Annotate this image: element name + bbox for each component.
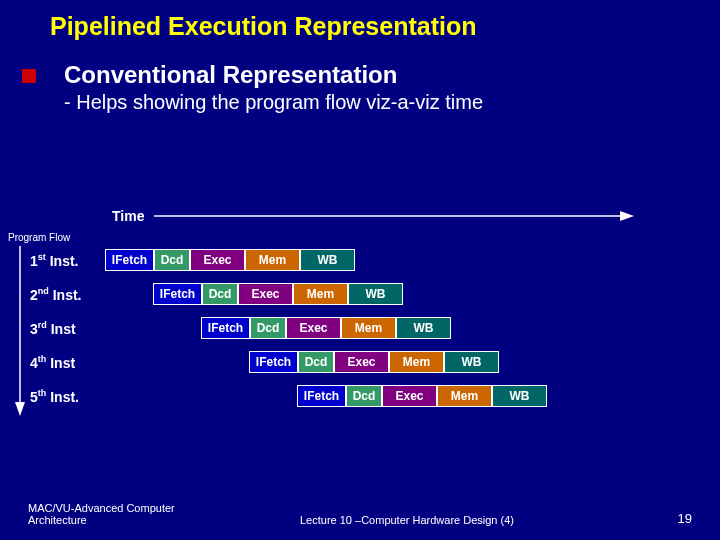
time-label: Time: [112, 208, 144, 224]
stage-ifetch: IFetch: [105, 249, 154, 271]
subtitle-text: Conventional Representation: [64, 61, 397, 89]
stage-exec: Exec: [334, 351, 389, 373]
stage-dcd: Dcd: [250, 317, 286, 339]
stage-mem: Mem: [389, 351, 444, 373]
stage-exec: Exec: [286, 317, 341, 339]
stage-ifetch: IFetch: [153, 283, 202, 305]
inst-label: 4th Inst: [30, 354, 105, 371]
svg-marker-1: [620, 211, 634, 221]
stage-dcd: Dcd: [298, 351, 334, 373]
pipeline-row: 2nd Inst. IFetch Dcd Exec Mem WB: [30, 280, 720, 308]
bullet-icon: [22, 69, 36, 83]
program-flow-label: Program Flow: [8, 232, 70, 243]
inst-label: 5th Inst.: [30, 388, 105, 405]
stage-wb: WB: [300, 249, 355, 271]
slide-footer: MAC/VU-Advanced Computer Architecture Le…: [0, 502, 720, 526]
footer-center: Lecture 10 –Computer Hardware Design (4): [300, 514, 540, 526]
pipeline-row: 3rd Inst IFetch Dcd Exec Mem WB: [30, 314, 720, 342]
footer-left: MAC/VU-Advanced Computer Architecture: [28, 502, 188, 526]
time-axis: Time: [112, 208, 634, 224]
inst-label: 1st Inst.: [30, 252, 105, 269]
stage-dcd: Dcd: [202, 283, 238, 305]
stage-dcd: Dcd: [154, 249, 190, 271]
stage-ifetch: IFetch: [249, 351, 298, 373]
pipeline-row: 5th Inst. IFetch Dcd Exec Mem WB: [30, 382, 720, 410]
stage-wb: WB: [492, 385, 547, 407]
pipeline-row: 1st Inst. IFetch Dcd Exec Mem WB: [30, 246, 720, 274]
svg-marker-3: [15, 402, 25, 416]
stage-mem: Mem: [341, 317, 396, 339]
stage-ifetch: IFetch: [297, 385, 346, 407]
stage-wb: WB: [396, 317, 451, 339]
stage-dcd: Dcd: [346, 385, 382, 407]
stage-ifetch: IFetch: [201, 317, 250, 339]
stage-mem: Mem: [293, 283, 348, 305]
stage-exec: Exec: [190, 249, 245, 271]
page-number: 19: [652, 511, 692, 526]
stage-exec: Exec: [382, 385, 437, 407]
stage-wb: WB: [348, 283, 403, 305]
stage-mem: Mem: [437, 385, 492, 407]
stage-exec: Exec: [238, 283, 293, 305]
slide-title: Pipelined Execution Representation: [0, 0, 720, 61]
inst-label: 2nd Inst.: [30, 286, 105, 303]
arrow-right-icon: [154, 209, 634, 223]
stage-wb: WB: [444, 351, 499, 373]
subtitle-row: Conventional Representation: [0, 61, 720, 89]
stage-mem: Mem: [245, 249, 300, 271]
description-text: - Helps showing the program flow viz-a-v…: [0, 89, 720, 114]
pipeline-diagram: 1st Inst. IFetch Dcd Exec Mem WB 2nd Ins…: [30, 246, 720, 416]
pipeline-row: 4th Inst IFetch Dcd Exec Mem WB: [30, 348, 720, 376]
inst-label: 3rd Inst: [30, 320, 105, 337]
arrow-down-icon: [14, 246, 26, 416]
